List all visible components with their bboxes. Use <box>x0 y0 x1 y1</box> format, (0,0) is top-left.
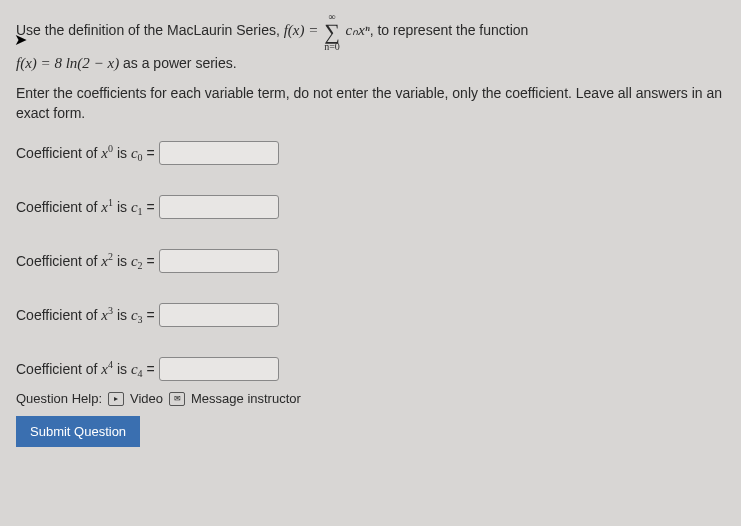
coef-row-1: Coefficient of x1 is c1 = <box>16 195 725 219</box>
series-term: cₙxⁿ <box>346 22 370 38</box>
fx-equals: f(x) = <box>284 22 319 38</box>
intro-lead: Use the definition of the MacLaurin Seri… <box>16 22 280 38</box>
problem-intro: Use the definition of the MacLaurin Seri… <box>16 12 725 74</box>
coef-label: Coefficient of x3 is c3 = <box>16 305 155 325</box>
coef-label: Coefficient of x1 is c1 = <box>16 197 155 217</box>
c0-input[interactable] <box>159 141 279 165</box>
coef-label: Coefficient of x0 is c0 = <box>16 143 155 163</box>
intro-tail: , to represent the function <box>370 22 529 38</box>
instructions: Enter the coefficients for each variable… <box>16 84 725 123</box>
as-power-series: as a power series. <box>119 55 237 71</box>
submit-button[interactable]: Submit Question <box>16 416 140 447</box>
help-label: Question Help: <box>16 391 102 406</box>
coef-row-0: Coefficient of x0 is c0 = <box>16 141 725 165</box>
message-instructor-link[interactable]: Message instructor <box>191 391 301 406</box>
c1-input[interactable] <box>159 195 279 219</box>
message-icon: ✉ <box>169 392 185 406</box>
c3-input[interactable] <box>159 303 279 327</box>
summation-icon: ∞ ∑ n=0 <box>324 12 340 52</box>
question-help: Question Help: ▸ Video ✉ Message instruc… <box>16 391 725 406</box>
coef-row-3: Coefficient of x3 is c3 = <box>16 303 725 327</box>
function-definition: f(x) = 8 ln(2 − x) <box>16 55 119 71</box>
video-icon: ▸ <box>108 392 124 406</box>
video-link[interactable]: Video <box>130 391 163 406</box>
coef-row-4: Coefficient of x4 is c4 = <box>16 357 725 381</box>
c2-input[interactable] <box>159 249 279 273</box>
coef-label: Coefficient of x4 is c4 = <box>16 359 155 379</box>
coef-row-2: Coefficient of x2 is c2 = <box>16 249 725 273</box>
c4-input[interactable] <box>159 357 279 381</box>
coef-label: Coefficient of x2 is c2 = <box>16 251 155 271</box>
